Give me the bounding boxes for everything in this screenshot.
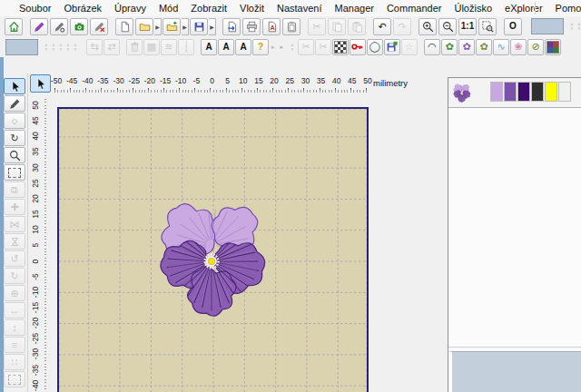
menu-item-explorer[interactable]: eXplorer [498, 2, 549, 15]
delete-icon [129, 41, 141, 53]
order-down-icon: ⇄ [107, 42, 115, 52]
hoop-button[interactable]: O [504, 18, 522, 35]
open-file-button[interactable] [135, 18, 153, 35]
toolbar-main: ▶▶▶A✂↶↷1:1O▲▼▲▼▲▼▲▼ [0, 16, 581, 36]
menu-item-obrazek[interactable]: Obrázek [57, 2, 108, 15]
fill-pattern-button: ▩ [143, 39, 160, 55]
split-button: ✂ [298, 39, 314, 55]
rosette-tool-button[interactable]: ❀ [510, 39, 527, 55]
favorites-icon: ☆ [405, 42, 414, 52]
zoom-1to1-icon: 1:1 [461, 22, 474, 31]
pansy-design[interactable] [159, 194, 273, 318]
menu-item-manager[interactable]: Manager [329, 2, 380, 15]
digitizer-mode-button[interactable] [50, 18, 68, 35]
order-up-icon: ⇆ [90, 42, 98, 52]
position-steppers: ▲▼▲▼▲▼▲▼ [568, 22, 581, 31]
thread-color-swatch-4[interactable] [531, 82, 544, 102]
open-add-file-button[interactable] [162, 18, 181, 35]
favorites-button: ☆ [401, 39, 418, 55]
thread-color-swatch-2[interactable] [504, 82, 517, 102]
arc-tool-button[interactable]: ◠ [424, 39, 440, 55]
zoom-tool-icon [9, 150, 21, 162]
redo-icon: ↷ [398, 22, 406, 32]
help-button[interactable]: ? [252, 39, 269, 55]
editor-mode-button[interactable] [30, 18, 48, 35]
undo-button[interactable]: ↶ [373, 18, 391, 35]
rubber-band-button[interactable] [4, 164, 25, 181]
texture-tool-button[interactable] [545, 39, 561, 55]
thread-color-swatch-1[interactable] [490, 82, 503, 102]
text-tool-button[interactable]: A [201, 39, 217, 55]
sfumato-mode-button[interactable] [70, 18, 88, 35]
menu-item-pomocnik[interactable]: Pomocník [549, 2, 581, 15]
thread-color-swatch-3[interactable] [517, 82, 530, 102]
help-icon: ? [258, 43, 263, 52]
design-manager-button[interactable] [5, 18, 23, 35]
menu-item-vlozit[interactable]: Vložit [233, 2, 271, 15]
lock-button[interactable] [350, 39, 366, 55]
print-button[interactable] [242, 18, 261, 35]
group-icon: ∷ [12, 358, 18, 368]
save-button[interactable] [190, 18, 208, 35]
export-button[interactable] [222, 18, 241, 35]
zoom-out-icon [442, 21, 454, 33]
copy-icon [331, 21, 343, 33]
save-palette-button[interactable] [384, 39, 400, 55]
menu-item-nastaveni[interactable]: Nastavení [271, 2, 329, 15]
menu-item-upravy[interactable]: Úpravy [108, 2, 153, 15]
menu-item-soubor[interactable]: Soubor [13, 2, 57, 15]
center-vertical-icon: ↕ [12, 323, 17, 333]
copy-picture-button[interactable] [282, 18, 300, 35]
design-canvas[interactable] [57, 107, 369, 392]
thread-color-swatch-6[interactable] [558, 82, 571, 102]
arc-tool-icon: ◠ [428, 42, 437, 52]
print-icon [246, 21, 258, 33]
thread-color-swatch[interactable] [5, 39, 38, 55]
mirror-y-button: ⋈ [4, 233, 25, 250]
paste-icon [351, 21, 363, 33]
leaf-tool-button[interactable]: ⊘ [527, 39, 544, 55]
thread-color-swatch-5[interactable] [545, 82, 557, 102]
save-button-dropdown[interactable]: ▶ [209, 18, 216, 35]
menu-item-mod[interactable]: Mód [153, 2, 184, 15]
edit-points-button[interactable] [4, 95, 25, 112]
select-tool-button[interactable] [4, 78, 25, 94]
curve-shape-button[interactable]: ∿ [493, 39, 509, 55]
flower-tool-2-button[interactable]: ✿ [458, 39, 475, 55]
split-icon: ✂ [301, 42, 310, 52]
menu-item-commander[interactable]: Commander [380, 2, 448, 15]
align-icon: ≡ [12, 340, 17, 350]
design-thumbnail[interactable] [453, 83, 472, 103]
open-file-button-dropdown[interactable]: ▶ [154, 18, 162, 35]
ruler-ticks-vertical [44, 99, 46, 390]
menu-item-zobrazit[interactable]: Zobrazit [184, 2, 233, 15]
open-add-file-button-dropdown[interactable]: ▶ [182, 18, 189, 35]
rotate-tool-button[interactable]: ↻ [4, 130, 25, 146]
background-pattern-button[interactable] [332, 39, 349, 55]
delete-button [126, 39, 143, 55]
center-button: ⊕ [4, 285, 25, 301]
toolbar-separator [301, 18, 307, 34]
new-document-button[interactable] [115, 18, 133, 35]
flower-tool-1-button[interactable]: ✿ [441, 39, 458, 55]
close-mode-button[interactable] [90, 18, 108, 35]
move-button: ✚ [4, 199, 25, 215]
export-pdf-button[interactable]: A [262, 18, 281, 35]
freehand-shape-button[interactable]: ◯ [367, 39, 383, 55]
copy-button [328, 18, 346, 35]
flower-tool-3-button[interactable]: ✿ [476, 39, 492, 55]
zoom-fit-button[interactable] [478, 18, 497, 35]
zoom-in-button[interactable] [419, 18, 437, 35]
text-transform-button[interactable]: A [218, 39, 234, 55]
close-mode-icon [94, 21, 105, 33]
shape-tool-button[interactable]: ◌ [4, 113, 25, 129]
menu-item-ulozisko[interactable]: Úložisko [448, 2, 498, 15]
zoom-out-button[interactable] [438, 18, 457, 35]
text-style-button[interactable]: A [235, 39, 251, 55]
tool-panel-left: ◌↻⧉✚⋈⋈↺↻⊕↔↕≡∷ [4, 78, 27, 392]
background-color-swatch[interactable] [531, 18, 564, 34]
save-palette-icon [386, 41, 398, 53]
center-horizontal-button: ↔ [4, 302, 25, 318]
zoom-1to1-button[interactable]: 1:1 [458, 18, 477, 35]
zoom-tool-button[interactable] [4, 147, 25, 163]
